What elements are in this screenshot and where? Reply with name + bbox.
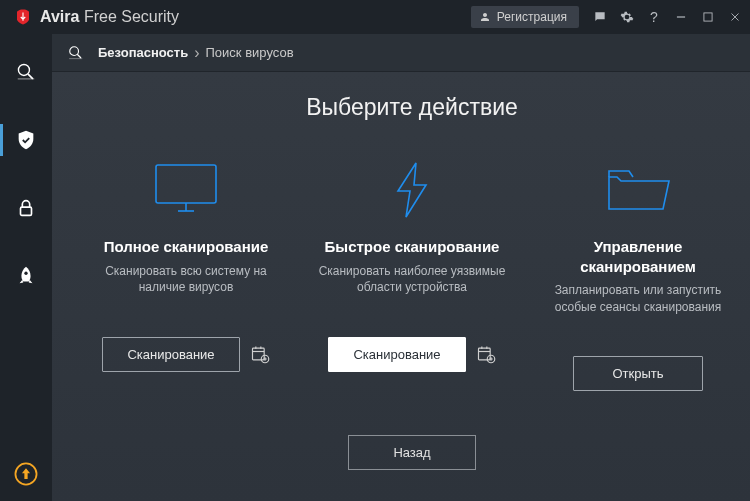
breadcrumb-separator: › (194, 44, 199, 62)
magnifier-small-icon (66, 43, 86, 63)
shield-icon (15, 129, 37, 151)
scan-options: Полное сканирование Сканировать всю сист… (86, 157, 738, 391)
titlebar-controls: ? (593, 10, 742, 24)
settings-icon[interactable] (620, 10, 634, 24)
breadcrumb-row: Безопасность › Поиск вирусов (52, 34, 750, 72)
svg-rect-14 (252, 348, 264, 360)
breadcrumb-root[interactable]: Безопасность (98, 45, 188, 60)
schedule-icon[interactable] (250, 344, 270, 364)
quick-scan-button[interactable]: Сканирование (328, 337, 465, 372)
close-icon[interactable] (728, 10, 742, 24)
maximize-icon[interactable] (701, 10, 715, 24)
card-title: Быстрое сканирование (325, 237, 500, 257)
sidebar-item-scan[interactable] (0, 52, 52, 92)
bolt-icon (390, 157, 434, 223)
sidebar-item-upgrade[interactable] (0, 461, 52, 487)
sidebar-item-privacy[interactable] (0, 188, 52, 228)
breadcrumb-current: Поиск вирусов (206, 45, 294, 60)
svg-line-9 (77, 54, 81, 58)
card-title: Управление сканированием (538, 237, 738, 276)
app-title: Avira Free Security (40, 8, 179, 26)
card-quick-scan: Быстрое сканирование Сканировать наиболе… (312, 157, 512, 391)
schedule-icon[interactable] (476, 344, 496, 364)
help-icon[interactable]: ? (647, 10, 661, 24)
rocket-icon (15, 265, 37, 287)
sidebar-item-performance[interactable] (0, 256, 52, 296)
svg-line-3 (28, 74, 33, 79)
app-logo: Avira Free Security (14, 8, 179, 26)
lock-icon (15, 197, 37, 219)
feedback-icon[interactable] (593, 10, 607, 24)
card-description: Запланировать или запустить особые сеанс… (538, 282, 738, 332)
svg-point-6 (24, 272, 27, 275)
upgrade-badge-icon (13, 461, 39, 487)
svg-rect-11 (156, 165, 216, 203)
avira-logo-icon (14, 8, 32, 26)
svg-point-8 (70, 46, 79, 55)
register-button[interactable]: Регистрация (471, 6, 579, 28)
manage-scan-button[interactable]: Открыть (573, 356, 703, 391)
svg-rect-1 (704, 13, 712, 21)
minimize-icon[interactable] (674, 10, 688, 24)
card-manage-scan: Управление сканированием Запланировать и… (538, 157, 738, 391)
svg-rect-0 (677, 16, 685, 17)
card-description: Сканировать наиболее уязвимые области ус… (312, 263, 512, 313)
svg-rect-5 (21, 207, 32, 215)
page-title: Выберите действие (86, 94, 738, 121)
titlebar: Avira Free Security Регистрация ? (0, 0, 750, 34)
card-full-scan: Полное сканирование Сканировать всю сист… (86, 157, 286, 391)
card-title: Полное сканирование (104, 237, 269, 257)
main-panel: Выберите действие Полное сканирование Ск… (52, 72, 750, 501)
svg-point-2 (18, 64, 29, 75)
sidebar-item-security[interactable] (0, 120, 52, 160)
monitor-icon (150, 157, 222, 223)
back-button[interactable]: Назад (348, 435, 475, 470)
card-description: Сканировать всю систему на наличие вирус… (86, 263, 286, 313)
user-icon (479, 11, 491, 23)
magnifier-icon (15, 61, 37, 83)
folder-icon (603, 157, 673, 223)
svg-rect-21 (478, 348, 490, 360)
sidebar (0, 34, 52, 501)
full-scan-button[interactable]: Сканирование (102, 337, 239, 372)
